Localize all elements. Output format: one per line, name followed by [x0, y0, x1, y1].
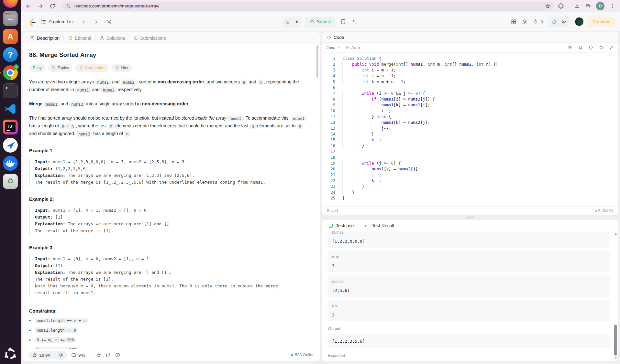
testcase-field-value[interactable]: 3 — [332, 263, 606, 268]
tab-test-result[interactable]: >_ Test Result — [363, 223, 395, 228]
submit-button[interactable]: Submit — [305, 17, 335, 27]
scrollbar-thumb[interactable] — [614, 325, 617, 356]
browser-menu-icon[interactable] — [609, 3, 615, 9]
auto-toggle[interactable]: Auto — [345, 45, 360, 50]
problem-list-button[interactable]: Problem List — [41, 19, 74, 25]
tag-icon — [51, 66, 56, 70]
scroll-up-arrow[interactable] — [614, 233, 617, 235]
code-panel: Code Java Auto {} 1class Solution {2 pub… — [322, 32, 618, 215]
media-list-icon[interactable] — [585, 3, 591, 9]
share-icon[interactable] — [105, 352, 111, 358]
cursor-position: Ln 2, Col 64 — [592, 209, 614, 213]
daily-streak[interactable]: 0 — [533, 19, 543, 25]
cloud-upload-icon — [309, 19, 315, 25]
vscode-icon[interactable] — [3, 102, 18, 116]
description-scrollbar[interactable] — [316, 45, 318, 78]
fullscreen-icon[interactable] — [609, 45, 614, 50]
ubuntu-desktop-icon[interactable] — [3, 347, 18, 361]
testcase-scrollbar[interactable] — [614, 233, 617, 359]
code-toolbar: Java Auto {} — [322, 43, 618, 53]
testcase-input-card[interactable]: m =3 — [327, 251, 610, 272]
browser-reload-button[interactable] — [49, 3, 56, 9]
problem-title: 88. Merge Sorted Array — [29, 51, 311, 59]
testcase-tabs: Testcase >_ Test Result — [322, 220, 618, 231]
tab-solutions[interactable]: Solutions — [97, 36, 128, 41]
footer-divider — [91, 352, 91, 358]
text-cursor — [496, 62, 496, 66]
trash-icon[interactable]: ♻ — [3, 174, 18, 189]
testcase-field-value[interactable]: [2,5,6] — [332, 288, 606, 293]
address-bar[interactable]: leetcode.com/problems/merge-sorted-array… — [62, 2, 554, 11]
downloads-icon[interactable] — [574, 3, 580, 9]
site-settings-icon[interactable] — [66, 3, 71, 9]
notes-button[interactable] — [340, 18, 347, 25]
invite-icon[interactable] — [561, 19, 567, 25]
code-editor[interactable]: 1class Solution {2 public void merge(int… — [322, 53, 618, 206]
user-avatar[interactable] — [575, 17, 583, 26]
prev-problem-button[interactable] — [81, 19, 86, 25]
ai-assistant-button[interactable] — [351, 18, 358, 25]
comments-button[interactable]: 943 — [71, 352, 85, 358]
browser-back-button[interactable] — [25, 3, 32, 9]
builder-app-icon[interactable] — [3, 138, 18, 153]
firefox-icon[interactable] — [3, 0, 18, 8]
browser-profile-avatar[interactable]: D — [596, 2, 604, 10]
testcase-field-value[interactable]: 3 — [332, 313, 606, 317]
run-button[interactable] — [292, 17, 302, 27]
tab-testcase[interactable]: Testcase — [327, 223, 355, 228]
code-line: 17 — [322, 149, 618, 155]
tab-submissions[interactable]: Submissions — [130, 36, 168, 41]
tab-editorial[interactable]: Editorial — [65, 36, 94, 41]
companies-badge[interactable]: Companies — [75, 64, 109, 72]
scroll-down-arrow[interactable] — [614, 357, 617, 359]
line-number: 24 — [322, 189, 335, 195]
snippets-icon[interactable]: {} — [589, 45, 593, 50]
example-heading: Example 3: — [29, 245, 311, 250]
help-icon[interactable]: ? — [3, 47, 18, 62]
testcase-input-card[interactable]: n =3 — [327, 300, 610, 321]
testcase-input-card[interactable]: nums1 =[1,2,3,0,0,0] — [327, 231, 610, 248]
random-problem-button[interactable] — [106, 19, 112, 25]
premium-button[interactable]: Premium — [588, 17, 615, 27]
intellij-icon[interactable]: IJ — [3, 120, 18, 134]
testcase-field-value[interactable]: [1,2,3,0,0,0] — [332, 239, 606, 244]
panel-resize-handle[interactable] — [466, 217, 474, 218]
flame-icon — [533, 19, 539, 25]
feedback-icon[interactable] — [115, 352, 120, 358]
docker-icon[interactable] — [3, 156, 18, 171]
line-number: 25 — [322, 195, 335, 201]
code-line: 13 j--; — [322, 125, 618, 131]
next-problem-button[interactable] — [94, 19, 99, 25]
format-code-icon[interactable] — [568, 45, 573, 50]
tab-description[interactable]: Description — [27, 36, 62, 41]
testcase-field-label: m = — [332, 255, 606, 259]
favorite-star-icon[interactable] — [96, 352, 102, 358]
language-selector[interactable]: Java — [327, 45, 341, 50]
testcase-field-label: n = — [332, 304, 606, 308]
easy-badge[interactable]: Easy — [29, 64, 45, 72]
dislike-button[interactable] — [54, 351, 67, 359]
topics-badge[interactable]: Topics — [48, 64, 72, 72]
settings-gear-icon[interactable] — [522, 19, 528, 25]
extensions-icon[interactable] — [558, 3, 564, 9]
files-icon[interactable] — [3, 11, 18, 26]
chrome-icon[interactable]: 2 — [3, 65, 18, 80]
like-button[interactable]: 18.9K — [28, 351, 54, 359]
timer-icon[interactable] — [551, 19, 557, 25]
layout-button[interactable] — [511, 19, 517, 25]
bookmark-icon[interactable] — [578, 45, 583, 50]
online-label: 588 Online — [295, 353, 315, 357]
line-number: 13 — [322, 125, 335, 131]
reset-code-icon[interactable] — [599, 45, 603, 50]
leetcode-logo[interactable] — [28, 18, 36, 26]
hint-badge[interactable]: Hint — [111, 64, 132, 72]
bookmark-star-icon[interactable] — [545, 3, 551, 9]
browser-forward-button[interactable] — [37, 3, 44, 9]
terminal-icon[interactable]: >_ — [3, 83, 18, 98]
description-paragraph: The final sorted array should not be ret… — [29, 114, 311, 138]
problem-content[interactable]: 88. Merge Sorted Array EasyTopicsCompani… — [23, 44, 320, 349]
debug-button[interactable] — [282, 17, 292, 27]
testcase-input-card[interactable]: nums2 =[2,5,6] — [327, 275, 610, 297]
line-number: 9 — [322, 102, 335, 108]
app-center-icon[interactable]: A — [3, 29, 18, 44]
